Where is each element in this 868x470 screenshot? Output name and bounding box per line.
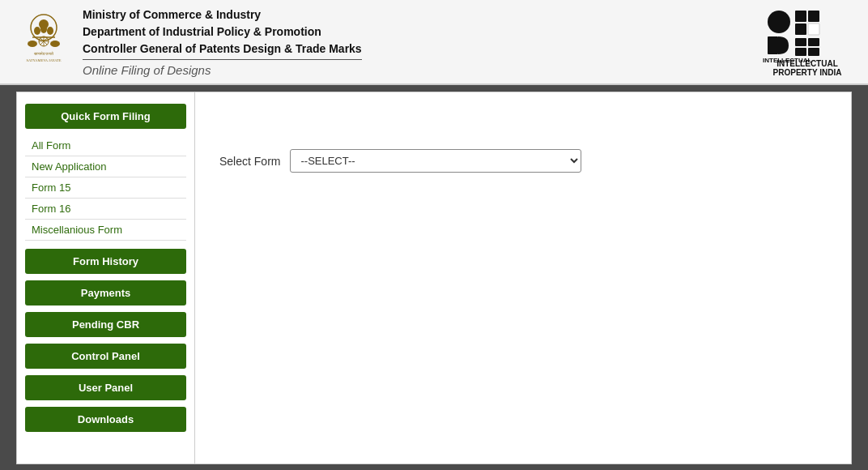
- quick-form-links: All Form New Application Form 15 Form 16…: [25, 135, 186, 241]
- downloads-button[interactable]: Downloads: [25, 407, 186, 432]
- ip-label3: INDIA: [819, 68, 841, 77]
- form-select-dropdown[interactable]: --SELECT--: [290, 149, 581, 173]
- sidebar: Quick Form Filing All Form New Applicati…: [17, 92, 195, 464]
- header-left: सत्यमेव जयते SATYAMEVA JAYATE Ministry o…: [16, 6, 362, 77]
- user-panel-button[interactable]: User Panel: [25, 375, 186, 400]
- header-org-info: Ministry of Commerce & Industry Departme…: [83, 6, 362, 77]
- ip-india-logo: INTELLECTUAL PROPERTY INDIA INTELLECTUAL…: [763, 7, 852, 77]
- svg-text:सत्यमेव जयते: सत्यमेव जयते: [33, 51, 53, 56]
- government-emblem: सत्यमेव जयते SATYAMEVA JAYATE: [16, 13, 71, 71]
- svg-point-4: [47, 27, 53, 35]
- quick-form-filing-button[interactable]: Quick Form Filing: [25, 104, 186, 129]
- svg-text:SATYAMEVA JAYATE: SATYAMEVA JAYATE: [26, 58, 61, 62]
- sidebar-item-all-form[interactable]: All Form: [25, 135, 186, 156]
- svg-point-5: [40, 25, 47, 33]
- ip-label2: PROPERTY: [773, 68, 818, 77]
- form-history-button[interactable]: Form History: [25, 249, 186, 274]
- control-panel-button[interactable]: Control Panel: [25, 344, 186, 369]
- ip-india-svg: INTELLECTUAL PROPERTY INDIA: [763, 7, 852, 64]
- payments-button[interactable]: Payments: [25, 280, 186, 306]
- svg-rect-20: [768, 36, 778, 54]
- sidebar-item-new-application[interactable]: New Application: [25, 156, 186, 177]
- sidebar-item-form-15[interactable]: Form 15: [25, 177, 186, 199]
- org-line3: Controller General of Patents Design & T…: [83, 41, 362, 58]
- select-form-label: Select Form: [219, 155, 280, 168]
- svg-rect-16: [795, 11, 806, 22]
- svg-rect-18: [795, 24, 806, 35]
- svg-rect-22: [808, 38, 819, 46]
- svg-rect-23: [795, 48, 806, 56]
- svg-point-3: [34, 27, 40, 35]
- main-container: Quick Form Filing All Form New Applicati…: [16, 92, 852, 464]
- form-select-row: Select Form --SELECT--: [219, 149, 827, 173]
- org-line1: Ministry of Commerce & Industry: [83, 6, 362, 24]
- svg-point-11: [28, 41, 37, 47]
- svg-rect-17: [808, 11, 819, 22]
- svg-point-12: [50, 41, 60, 47]
- content-area: Select Form --SELECT--: [195, 92, 851, 464]
- svg-point-15: [768, 11, 790, 33]
- page-header: सत्यमेव जयते SATYAMEVA JAYATE Ministry o…: [0, 0, 868, 85]
- sidebar-item-form-16[interactable]: Form 16: [25, 199, 186, 220]
- svg-rect-21: [795, 38, 806, 46]
- ip-label1: INTELLECTUAL: [777, 59, 838, 68]
- org-line2: Department of Industrial Policy & Promot…: [83, 24, 362, 41]
- tagline: Online Filing of Designs: [83, 63, 362, 77]
- svg-rect-19: [808, 24, 819, 35]
- sidebar-item-misc-form[interactable]: Miscellanious Form: [25, 220, 186, 241]
- svg-rect-24: [808, 48, 819, 56]
- pending-cbr-button[interactable]: Pending CBR: [25, 312, 186, 337]
